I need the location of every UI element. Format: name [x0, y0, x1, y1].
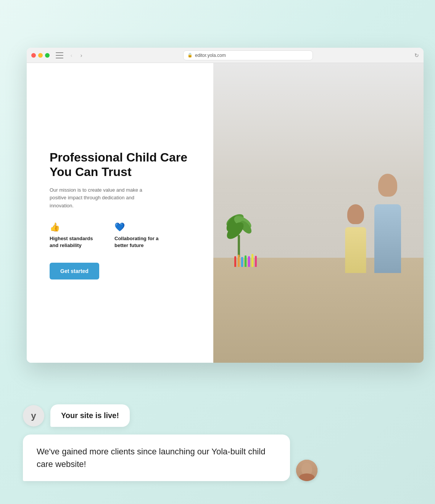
- tabs-icon[interactable]: [56, 52, 63, 58]
- person-face: [296, 460, 317, 481]
- forward-button[interactable]: ›: [78, 52, 85, 59]
- website-left-panel: Professional Child Care You Can Trust Ou…: [27, 63, 213, 363]
- website-right-panel: [213, 63, 424, 363]
- get-started-button[interactable]: Get started: [50, 263, 99, 279]
- table-items: [234, 252, 403, 267]
- features-row: 👍 Highest standards and reliability 💙 Co…: [50, 222, 194, 249]
- address-bar[interactable]: 🔒 editor.yola.com: [183, 50, 313, 60]
- reload-button[interactable]: ↻: [414, 52, 419, 58]
- thumbs-up-icon: 👍: [50, 222, 99, 232]
- back-button[interactable]: ‹: [68, 52, 75, 59]
- website-content: Professional Child Care You Can Trust Ou…: [27, 63, 424, 363]
- chat-bubble-2: We've gained more clients since launchin…: [23, 435, 290, 481]
- hero-photo: [213, 63, 424, 363]
- browser-toolbar: ‹ › 🔒 editor.yola.com ↻: [27, 48, 424, 63]
- person-avatar: [296, 460, 317, 481]
- chat-row-2: We've gained more clients since launchin…: [23, 435, 412, 481]
- plant-decoration: [224, 212, 254, 258]
- minimize-button[interactable]: [38, 53, 43, 58]
- browser-window: ‹ › 🔒 editor.yola.com ↻ Professional Chi…: [27, 48, 424, 363]
- chat-area: y Your site is live! We've gained more c…: [23, 404, 412, 481]
- chat-bubble-1: Your site is live!: [50, 404, 130, 427]
- feature-2-label: Collaborating for a better future: [114, 235, 164, 249]
- maximize-button[interactable]: [45, 53, 50, 58]
- url-text: editor.yola.com: [195, 53, 226, 58]
- feature-item-2: 💙 Collaborating for a better future: [114, 222, 164, 249]
- yola-avatar: y: [23, 405, 44, 426]
- traffic-lights: [31, 53, 50, 58]
- site-description: Our mission is to create value and make …: [50, 186, 156, 210]
- feature-item-1: 👍 Highest standards and reliability: [50, 222, 99, 249]
- site-heading: Professional Child Care You Can Trust: [50, 150, 194, 179]
- chat-row-1: y Your site is live!: [23, 404, 412, 427]
- close-button[interactable]: [31, 53, 36, 58]
- heart-icon: 💙: [114, 222, 164, 232]
- lock-icon: 🔒: [187, 53, 193, 58]
- address-bar-container: 🔒 editor.yola.com: [88, 50, 408, 60]
- feature-1-label: Highest standards and reliability: [50, 235, 99, 249]
- photo-table: [213, 258, 424, 363]
